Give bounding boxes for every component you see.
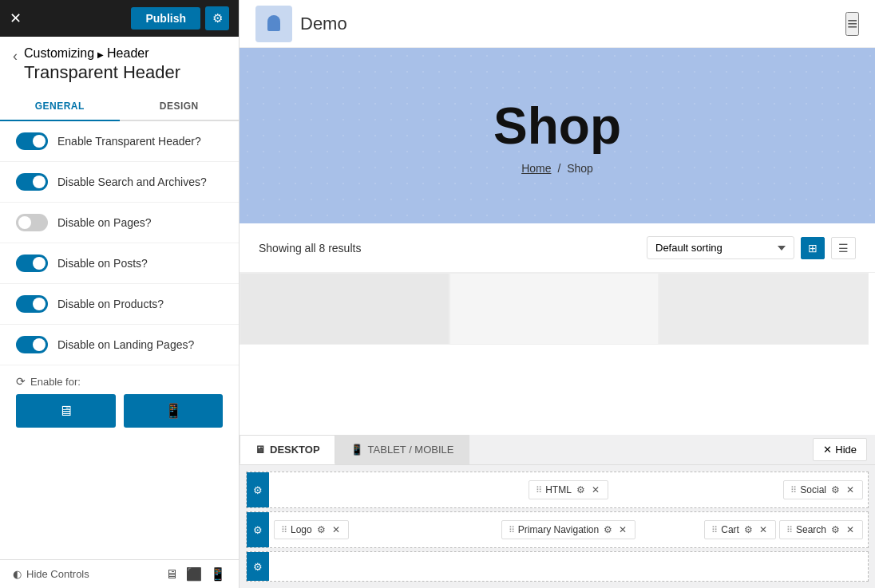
widget-search-close[interactable]: ✕ bbox=[845, 524, 856, 535]
option-disable-pages: Disable on Pages? bbox=[0, 203, 239, 243]
option-label-enable-transparent: Enable Transparent Header? bbox=[57, 135, 201, 148]
tabs: GENERAL DESIGN bbox=[0, 93, 239, 121]
widget-search[interactable]: ⠿ Search ⚙ ✕ bbox=[779, 520, 863, 539]
preview-header: Demo ≡ bbox=[240, 0, 875, 48]
option-disable-posts: Disable on Posts? bbox=[0, 243, 239, 284]
desktop-tab-icon: 🖥 bbox=[255, 444, 265, 456]
bottom-bar: ◐ Hide Controls 🖥 ⬛ 📱 bbox=[0, 559, 239, 588]
publish-area: Publish ⚙ bbox=[131, 6, 229, 30]
toggle-disable-pages[interactable] bbox=[16, 214, 48, 231]
logo-area: Demo bbox=[255, 6, 347, 42]
mobile-device-button[interactable]: 📱 bbox=[124, 394, 224, 428]
hide-controls-icon: ◐ bbox=[13, 568, 22, 580]
option-disable-search: Disable Search and Archives? bbox=[0, 162, 239, 203]
widget-html-gear[interactable]: ⚙ bbox=[575, 484, 587, 495]
widget-cart-close[interactable]: ✕ bbox=[758, 524, 769, 535]
widget-logo-gear[interactable]: ⚙ bbox=[315, 524, 327, 535]
phone-view-button[interactable]: 📱 bbox=[210, 566, 226, 582]
widget-primary-nav-gear[interactable]: ⚙ bbox=[602, 524, 614, 535]
publish-button[interactable]: Publish bbox=[131, 7, 200, 30]
toggle-disable-search[interactable] bbox=[16, 173, 48, 191]
tablet-view-button[interactable]: ⬛ bbox=[186, 566, 202, 582]
widget-primary-nav-close[interactable]: ✕ bbox=[617, 524, 628, 535]
logo-icon bbox=[255, 6, 292, 42]
toggle-enable-transparent[interactable] bbox=[16, 132, 48, 150]
builder-row-2: ⚙ ⠿ Logo ⚙ ✕ ⠿ Primary Nav bbox=[246, 511, 869, 548]
hamburger-menu[interactable]: ≡ bbox=[845, 12, 859, 36]
shop-area: Showing all 8 results Default sorting So… bbox=[240, 223, 875, 435]
close-button[interactable]: ✕ bbox=[10, 10, 22, 27]
hide-button[interactable]: ✕ Hide bbox=[813, 438, 867, 461]
device-buttons: 🖥 📱 bbox=[0, 394, 239, 437]
row-content-3 bbox=[269, 563, 868, 570]
option-label-disable-search: Disable Search and Archives? bbox=[57, 176, 207, 188]
row-settings-2[interactable]: ⚙ bbox=[247, 512, 269, 547]
tab-general[interactable]: GENERAL bbox=[0, 93, 120, 121]
widget-social[interactable]: ⠿ Social ⚙ ✕ bbox=[783, 480, 863, 499]
toggle-disable-products[interactable] bbox=[16, 295, 48, 313]
enable-for-icon: ⟳ bbox=[16, 375, 26, 388]
builder-rows: ⚙ ⠿ HTML ⚙ ✕ ⠿ bbox=[240, 465, 875, 588]
desktop-device-button[interactable]: 🖥 bbox=[16, 394, 116, 428]
widget-logo-close[interactable]: ✕ bbox=[331, 524, 342, 535]
option-label-disable-pages: Disable on Pages? bbox=[57, 216, 152, 229]
tablet-tab-icon: 📱 bbox=[350, 444, 363, 456]
widget-social-close[interactable]: ✕ bbox=[845, 484, 856, 495]
breadcrumb-path: Customizing▶Header bbox=[24, 46, 180, 61]
row-content-1: ⠿ HTML ⚙ ✕ ⠿ Social ⚙ ✕ bbox=[269, 477, 868, 503]
widget-cart-gear[interactable]: ⚙ bbox=[742, 524, 754, 535]
top-bar: ✕ Publish ⚙ bbox=[0, 0, 239, 37]
desktop-view-button[interactable]: 🖥 bbox=[165, 567, 178, 582]
widget-cart[interactable]: ⠿ Cart ⚙ ✕ bbox=[704, 520, 776, 539]
hide-controls-button[interactable]: ◐ Hide Controls bbox=[13, 568, 89, 580]
sort-select[interactable]: Default sorting Sort by popularity Sort … bbox=[647, 236, 794, 259]
hero-title: Shop bbox=[493, 97, 621, 156]
header-builder: 🖥 DESKTOP 📱 TABLET / MOBILE ✕ Hide ⚙ bbox=[240, 435, 875, 588]
sort-area: Default sorting Sort by popularity Sort … bbox=[647, 236, 856, 259]
svg-rect-2 bbox=[267, 22, 280, 31]
settings-gear-button[interactable]: ⚙ bbox=[205, 6, 229, 30]
widget-logo[interactable]: ⠿ Logo ⚙ ✕ bbox=[274, 520, 349, 539]
builder-row-1: ⚙ ⠿ HTML ⚙ ✕ ⠿ bbox=[246, 472, 869, 508]
left-panel: ✕ Publish ⚙ ‹ Customizing▶Header Transpa… bbox=[0, 0, 240, 588]
option-disable-landing: Disable on Landing Pages? bbox=[0, 325, 239, 365]
tab-design[interactable]: DESIGN bbox=[120, 93, 240, 120]
widget-search-gear[interactable]: ⚙ bbox=[829, 524, 841, 535]
option-label-disable-posts: Disable on Posts? bbox=[57, 257, 148, 270]
builder-tab-tablet[interactable]: 📱 TABLET / MOBILE bbox=[335, 435, 469, 464]
option-enable-transparent: Enable Transparent Header? bbox=[0, 121, 239, 162]
breadcrumb-current: Shop bbox=[567, 162, 593, 175]
breadcrumb-home-link[interactable]: Home bbox=[521, 162, 551, 175]
option-disable-products: Disable on Products? bbox=[0, 284, 239, 325]
row-settings-icon-3: ⚙ bbox=[253, 561, 263, 573]
grid-view-button[interactable]: ⊞ bbox=[801, 237, 825, 259]
product-cards bbox=[240, 273, 875, 345]
widget-html-close[interactable]: ✕ bbox=[590, 484, 601, 495]
site-name: Demo bbox=[300, 14, 347, 34]
toggle-disable-posts[interactable] bbox=[16, 255, 48, 272]
row-settings-icon-2: ⚙ bbox=[253, 524, 263, 536]
option-label-disable-products: Disable on Products? bbox=[57, 298, 164, 310]
mobile-icon: 📱 bbox=[164, 402, 182, 420]
product-card-3 bbox=[659, 273, 869, 345]
row-settings-icon-1: ⚙ bbox=[253, 484, 263, 496]
toggle-disable-landing[interactable] bbox=[16, 336, 48, 353]
breadcrumb-text: Customizing▶Header Transparent Header bbox=[24, 46, 180, 83]
row-settings-3[interactable]: ⚙ bbox=[247, 552, 269, 581]
builder-tab-desktop[interactable]: 🖥 DESKTOP bbox=[240, 435, 335, 464]
product-card-1 bbox=[240, 273, 449, 345]
list-view-button[interactable]: ☰ bbox=[831, 237, 856, 259]
view-buttons: 🖥 ⬛ 📱 bbox=[165, 566, 226, 582]
shop-toolbar: Showing all 8 results Default sorting So… bbox=[240, 223, 875, 273]
builder-tabs: 🖥 DESKTOP 📱 TABLET / MOBILE ✕ Hide bbox=[240, 435, 875, 465]
product-card-2 bbox=[449, 273, 659, 345]
hero-section: Shop Home / Shop bbox=[240, 48, 875, 223]
back-button[interactable]: ‹ bbox=[13, 48, 18, 65]
widget-html[interactable]: ⠿ HTML ⚙ ✕ bbox=[529, 480, 608, 499]
widget-social-gear[interactable]: ⚙ bbox=[829, 484, 841, 495]
hero-breadcrumb: Home / Shop bbox=[521, 162, 593, 175]
breadcrumb-area: ‹ Customizing▶Header Transparent Header bbox=[0, 37, 239, 83]
widget-primary-nav[interactable]: ⠿ Primary Navigation ⚙ ✕ bbox=[501, 520, 635, 539]
row-settings-1[interactable]: ⚙ bbox=[247, 472, 269, 507]
options-list: Enable Transparent Header? Disable Searc… bbox=[0, 121, 239, 559]
